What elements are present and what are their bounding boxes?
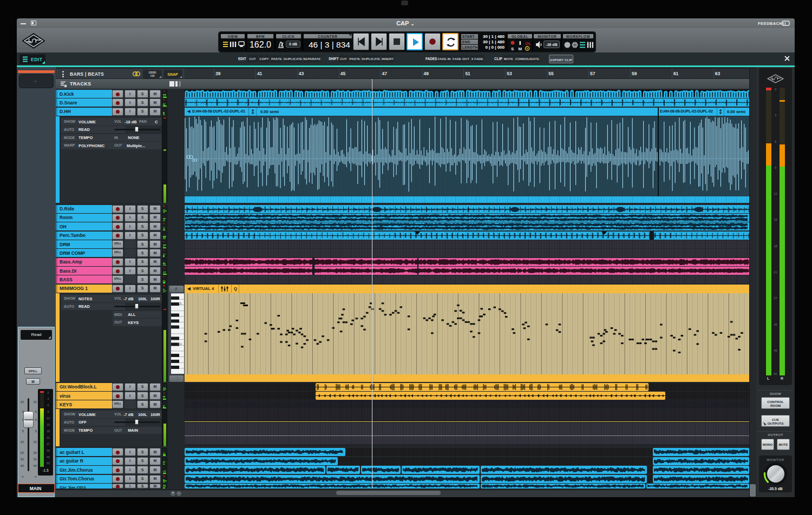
svg-text:EDIT: EDIT xyxy=(31,57,43,62)
svg-text:OL: OL xyxy=(525,41,531,46)
svg-text:C4: C4 xyxy=(178,342,182,346)
svg-text:M: M xyxy=(519,47,522,51)
svg-text:C5: C5 xyxy=(178,302,182,305)
svg-text:S: S xyxy=(511,47,514,51)
